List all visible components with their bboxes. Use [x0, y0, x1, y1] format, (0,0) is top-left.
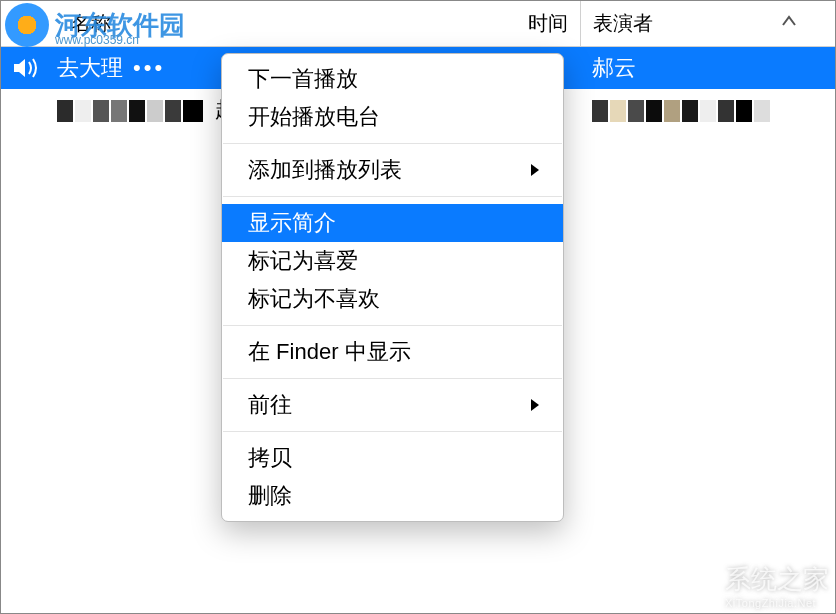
menu-label: 前往: [248, 390, 292, 420]
menu-show-info[interactable]: 显示简介: [222, 204, 563, 242]
column-artist-label: 表演者: [593, 10, 653, 37]
watermark-xitong: 系统之家 XiTongZhiJia.Net: [677, 562, 829, 609]
column-time[interactable]: 时间: [510, 10, 580, 37]
menu-mark-loved[interactable]: 标记为喜爱: [222, 242, 563, 280]
menu-mark-disliked[interactable]: 标记为不喜欢: [222, 280, 563, 318]
chevron-right-icon: [529, 162, 541, 178]
track-artist: 郝云: [580, 53, 835, 83]
menu-label: 添加到播放列表: [248, 155, 402, 185]
menu-separator: [223, 196, 562, 197]
menu-separator: [223, 143, 562, 144]
watermark-url: XiTongZhiJia.Net: [725, 597, 829, 609]
house-icon: [677, 569, 717, 603]
menu-show-in-finder[interactable]: 在 Finder 中显示: [222, 333, 563, 371]
menu-copy[interactable]: 拷贝: [222, 439, 563, 477]
track-artist-censored: [580, 97, 835, 123]
context-menu: 下一首播放 开始播放电台 添加到播放列表 显示简介 标记为喜爱 标记为不喜欢 在…: [221, 53, 564, 522]
sort-caret-icon[interactable]: [781, 15, 797, 27]
menu-delete[interactable]: 删除: [222, 477, 563, 515]
table-header: 名称 时间 表演者: [1, 1, 835, 47]
watermark-text: 系统之家: [725, 562, 829, 597]
menu-start-radio[interactable]: 开始播放电台: [222, 98, 563, 136]
column-name[interactable]: 名称: [1, 10, 510, 37]
speaker-icon: [1, 56, 51, 80]
menu-separator: [223, 378, 562, 379]
menu-separator: [223, 431, 562, 432]
menu-separator: [223, 325, 562, 326]
menu-go-to[interactable]: 前往: [222, 386, 563, 424]
menu-play-next[interactable]: 下一首播放: [222, 60, 563, 98]
chevron-right-icon: [529, 397, 541, 413]
menu-add-to-playlist[interactable]: 添加到播放列表: [222, 151, 563, 189]
